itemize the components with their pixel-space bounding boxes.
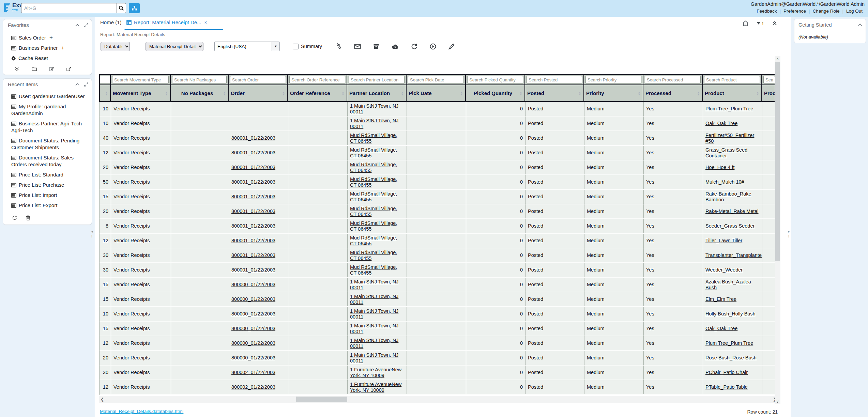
record-link[interactable]: Rake-Bamboo_Rake Bamboo — [705, 191, 760, 202]
column-search-input[interactable] — [763, 76, 775, 83]
column-search-input[interactable] — [99, 76, 111, 83]
table-row[interactable]: 8Vendor Receipts800001_01/22/2003Mud RdS… — [100, 219, 778, 234]
column-header-qty[interactable]: ▲▼ — [99, 85, 111, 101]
record-link[interactable]: 1 Main StNJ Town, NJ 00011 — [350, 323, 404, 334]
scroll-down-arrow[interactable]: ∨ — [776, 399, 779, 404]
window-list-dropdown[interactable]: 1 — [757, 21, 764, 26]
record-link[interactable]: PChair_Patio Chair — [705, 370, 748, 375]
sort-icon[interactable]: ▲▼ — [282, 91, 285, 95]
record-link[interactable]: 800001_01/22/2003 — [231, 267, 275, 273]
record-link[interactable]: Oak_Oak Tree — [705, 326, 737, 331]
collapse-icon[interactable] — [858, 24, 862, 26]
table-row[interactable]: 15Vendor Receipts800000_01/22/20031 Main… — [100, 322, 778, 336]
table-row[interactable]: 12Vendor Receipts800002_01/22/20031 Furn… — [100, 380, 778, 395]
sort-icon[interactable]: ▲▼ — [638, 91, 641, 95]
expand-icon[interactable] — [84, 82, 88, 87]
scroll-up-arrow[interactable]: ∧ — [776, 56, 779, 61]
recent-item[interactable]: Price List: Import — [3, 190, 92, 200]
record-link[interactable]: 1 Main StNJ Town, NJ 00011 — [350, 352, 404, 364]
summary-checkbox[interactable] — [293, 44, 299, 49]
table-row[interactable]: 10Vendor Receipts1 Main StNJ Town, NJ 00… — [100, 117, 778, 131]
table-row[interactable]: 15Vendor Receipts800000_01/22/20031 Main… — [100, 278, 778, 292]
record-link[interactable]: 800001_01/22/2003 — [231, 150, 275, 156]
collapse-icon[interactable] — [75, 83, 79, 86]
recent-item[interactable]: Price List: Standard — [3, 170, 92, 180]
record-link[interactable]: 800000_01/22/2003 — [231, 326, 275, 331]
table-row[interactable]: 30Vendor Receipts800001_01/22/2003Mud Rd… — [100, 248, 778, 263]
record-link[interactable]: Weeder_Weeder — [705, 267, 743, 273]
column-header-no-packages[interactable]: No Packages▲▼ — [171, 85, 229, 101]
table-row[interactable]: 50Vendor Receipts800001_01/22/2003Mud Rd… — [100, 175, 778, 190]
sort-icon[interactable]: ▲▼ — [578, 91, 581, 95]
record-link[interactable]: 800000_01/22/2003 — [231, 355, 275, 361]
record-link[interactable]: 800002_01/22/2003 — [231, 370, 275, 375]
column-search-input[interactable] — [230, 76, 286, 83]
record-link[interactable]: 800001_01/22/2003 — [231, 252, 275, 258]
record-link[interactable]: Mud RdSmall Village, CT 06455 — [350, 206, 404, 217]
cloud-download-icon[interactable] — [392, 44, 399, 49]
menu-tree-button[interactable] — [129, 3, 140, 13]
favorite-item-business-partner[interactable]: Business Partner+ — [3, 43, 92, 53]
column-search-input[interactable] — [349, 76, 405, 83]
add-favorite-button[interactable]: + — [49, 34, 53, 41]
column-header-priority[interactable]: Priority▲▼ — [584, 85, 643, 101]
table-row[interactable]: 12Vendor Receipts800000_01/22/20031 Main… — [100, 336, 778, 351]
global-search-input[interactable] — [21, 3, 117, 13]
sidebar-splitter[interactable]: ◂ ⁞ — [90, 218, 94, 248]
chevrons-up-icon[interactable] — [772, 21, 777, 26]
process-settings-icon[interactable] — [334, 43, 342, 50]
home-icon[interactable] — [742, 20, 749, 26]
record-link[interactable]: Plum Tree_Plum Tree — [705, 106, 753, 112]
column-header-order-reference[interactable]: Order Reference▲▼ — [288, 85, 347, 101]
preference-link[interactable]: Preference — [781, 9, 809, 14]
column-search-input[interactable] — [585, 76, 641, 83]
archive-icon[interactable] — [373, 44, 379, 49]
tab-home[interactable]: Home (1) — [100, 19, 122, 25]
record-link[interactable]: PTable_Patio Table — [705, 384, 748, 390]
record-link[interactable]: Transplanter_Transplanter — [705, 252, 762, 258]
record-link[interactable]: 1 Main StNJ Town, NJ 00011 — [350, 118, 404, 129]
table-row[interactable]: 30Vendor Receipts800002_01/22/20031 Furn… — [100, 366, 778, 380]
language-input[interactable] — [214, 42, 272, 51]
global-search-button[interactable] — [117, 3, 126, 13]
sort-icon[interactable]: ▲▼ — [165, 91, 168, 95]
record-link[interactable]: 800001_01/22/2003 — [231, 194, 275, 200]
log-out-link[interactable]: Log Out — [843, 9, 865, 14]
record-link[interactable]: 1 Main StNJ Town, NJ 00011 — [350, 338, 404, 349]
record-link[interactable]: Oak_Oak Tree — [705, 121, 737, 126]
chevrons-down-icon[interactable] — [15, 67, 19, 71]
sort-icon[interactable]: ▲▼ — [341, 91, 345, 95]
sort-icon[interactable]: ▲▼ — [105, 91, 108, 95]
column-search-input[interactable] — [704, 76, 760, 83]
record-link[interactable]: 1 Main StNJ Town, NJ 00011 — [350, 294, 404, 305]
trash-icon[interactable] — [26, 215, 30, 220]
record-link[interactable]: Mud RdSmall Village, CT 06455 — [350, 176, 404, 188]
record-link[interactable]: 1 Furniture AvenueNew York, NY 10009 — [350, 382, 404, 393]
record-link[interactable]: Rose Bush_Rose Bush — [705, 355, 757, 361]
table-row[interactable]: 20Vendor Receipts800001_01/22/2003Mud Rd… — [100, 204, 778, 219]
sort-icon[interactable]: ▲▼ — [460, 91, 463, 95]
record-link[interactable]: Mud RdSmall Village, CT 06455 — [350, 250, 404, 261]
column-header-order[interactable]: Order▲▼ — [229, 85, 288, 101]
v-scroll-thumb[interactable] — [775, 62, 780, 261]
recent-item[interactable]: Document Status: Sales Orders received t… — [3, 153, 92, 170]
table-row[interactable]: 20Vendor Receipts800001_01/22/2003Mud Rd… — [100, 160, 778, 175]
table-row[interactable]: 15Vendor Receipts800000_01/22/20031 Main… — [100, 292, 778, 307]
column-search-input[interactable] — [408, 76, 464, 83]
record-link[interactable]: Fertilizer#50_Fertilizer #50 — [705, 133, 760, 144]
feedback-link[interactable]: Feedback — [754, 9, 779, 14]
record-link[interactable]: Hoe_Hoe 4 ft — [705, 165, 734, 170]
scroll-left-arrow[interactable]: ❮ — [99, 397, 105, 402]
table-row[interactable]: 12Vendor Receipts800001_01/22/2003Mud Rd… — [100, 234, 778, 248]
record-link[interactable]: 800001_01/22/2003 — [231, 208, 275, 214]
record-link[interactable]: 800001_01/22/2003 — [231, 238, 275, 244]
share-icon[interactable] — [66, 67, 71, 71]
record-link[interactable]: 1 Furniture AvenueNew York, NY 10009 — [350, 367, 404, 378]
record-link[interactable]: 1 Main StNJ Town, NJ 00011 — [350, 279, 404, 290]
record-link[interactable]: Mud RdSmall Village, CT 06455 — [350, 147, 404, 158]
close-tab-icon[interactable]: × — [204, 20, 207, 25]
refresh-report-icon[interactable] — [411, 43, 417, 49]
column-header-picked-quantity[interactable]: Picked Quantity▲▼ — [466, 85, 525, 101]
column-search-input[interactable] — [112, 76, 169, 83]
output-format-select[interactable]: Datatables — [101, 42, 130, 51]
